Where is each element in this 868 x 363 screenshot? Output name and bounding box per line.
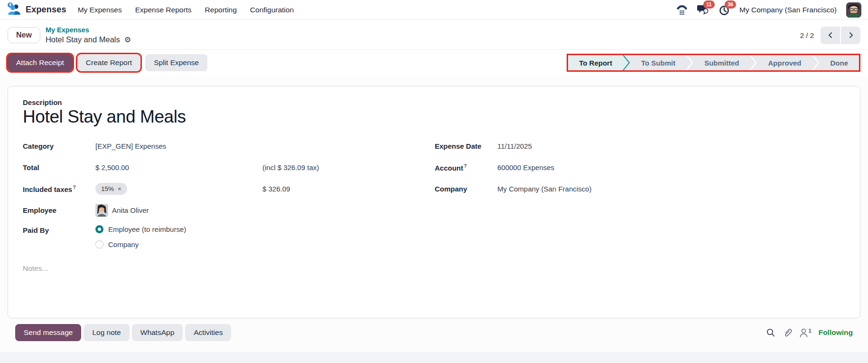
messages-badge: 11	[703, 0, 715, 9]
notes-input[interactable]	[23, 264, 450, 291]
action-bar: Attach Receipt Create Report Split Expen…	[0, 49, 868, 76]
pager-counter: 2 / 2	[800, 31, 814, 39]
tax-tag-label: 15%	[101, 185, 114, 192]
activities-button[interactable]: Activities	[185, 324, 231, 341]
employee-label: Employee	[23, 206, 95, 214]
log-note-button[interactable]: Log note	[84, 324, 129, 341]
total-label: Total	[23, 163, 95, 172]
stage-to-submit[interactable]: To Submit	[630, 55, 686, 70]
whatsapp-button[interactable]: WhatsApp	[132, 324, 183, 341]
top-navbar: $ Expenses My Expenses Expense Reports R…	[0, 0, 868, 20]
stage-separator-icon	[686, 55, 693, 70]
expense-title[interactable]: Hotel Stay and Meals	[23, 107, 845, 127]
statusbar: To Report To Submit Submitted Approved D…	[567, 54, 860, 72]
stage-separator-icon	[812, 55, 820, 70]
radio-unselected-icon[interactable]	[95, 240, 103, 248]
radio-selected-icon[interactable]	[95, 225, 103, 233]
included-taxes-label: Included taxes?	[23, 184, 95, 193]
category-field: Category [EXP_GEN] Expenses	[23, 140, 435, 153]
help-icon[interactable]: ?	[73, 184, 76, 190]
followers-icon[interactable]: 1	[799, 328, 812, 337]
expenses-app-icon: $	[7, 2, 21, 18]
company-field: Company My Company (San Francisco)	[435, 182, 845, 195]
stage-to-report[interactable]: To Report	[568, 55, 623, 70]
breadcrumb-current: Hotel Stay and Meals ⚙	[46, 35, 131, 45]
employee-field: Employee Anita Oliver	[23, 204, 435, 217]
menu-expense-reports[interactable]: Expense Reports	[135, 6, 192, 14]
total-value[interactable]: $ 2,500.00	[95, 163, 262, 172]
total-tax-note: (incl $ 326.09 tax)	[262, 163, 319, 172]
form-view: Description Hotel Stay and Meals Categor…	[0, 76, 868, 341]
expense-date-field: Expense Date 11/11/2025	[435, 140, 845, 153]
paid-by-label: Paid By	[23, 225, 95, 234]
send-message-button[interactable]: Send message	[15, 324, 81, 341]
form-right-column: Expense Date 11/11/2025 Account? 600000 …	[435, 140, 845, 204]
account-field: Account? 600000 Expenses	[435, 161, 845, 174]
company-value[interactable]: My Company (San Francisco)	[497, 185, 591, 193]
gear-icon[interactable]: ⚙	[124, 36, 131, 44]
new-button[interactable]: New	[8, 27, 40, 43]
stage-separator-icon	[750, 55, 757, 70]
create-report-button[interactable]: Create Report	[77, 54, 140, 71]
menu-my-expenses[interactable]: My Expenses	[78, 6, 122, 14]
stage-approved[interactable]: Approved	[757, 55, 812, 70]
activities-clock-icon[interactable]: 36	[719, 4, 730, 16]
control-panel: New My Expenses Hotel Stay and Meals ⚙ 2…	[0, 20, 868, 49]
account-label: Account?	[435, 163, 497, 172]
breadcrumb-parent-link[interactable]: My Expenses	[46, 26, 131, 35]
chevron-left-icon	[827, 31, 834, 39]
description-label: Description	[23, 98, 845, 106]
activities-badge: 36	[725, 0, 736, 9]
account-value[interactable]: 600000 Expenses	[497, 163, 554, 172]
stage-separator-icon	[623, 55, 630, 70]
messages-icon[interactable]: 11	[697, 4, 709, 15]
pager-previous-button[interactable]	[821, 27, 840, 44]
split-expense-button[interactable]: Split Expense	[145, 54, 207, 71]
footer-band	[0, 352, 868, 363]
chevron-right-icon	[848, 31, 854, 39]
svg-text:$: $	[9, 2, 11, 7]
employee-avatar	[95, 204, 108, 217]
tax-tag[interactable]: 15% ×	[95, 183, 127, 195]
menu-configuration[interactable]: Configuration	[250, 6, 294, 14]
pager-next-button[interactable]	[841, 27, 860, 44]
app-brand[interactable]: $ Expenses	[7, 2, 66, 18]
followers-count: 1	[809, 328, 812, 334]
stage-done[interactable]: Done	[820, 55, 859, 70]
stage-submitted[interactable]: Submitted	[693, 55, 750, 70]
app-name: Expenses	[26, 5, 66, 15]
category-label: Category	[23, 142, 95, 150]
tax-amount: $ 326.09	[262, 185, 290, 193]
breadcrumb: My Expenses Hotel Stay and Meals ⚙	[46, 26, 131, 45]
record-title: Hotel Stay and Meals	[46, 35, 120, 45]
attachments-paperclip-icon[interactable]	[783, 328, 792, 338]
menu-reporting[interactable]: Reporting	[205, 6, 237, 14]
paid-by-field: Paid By Employee (to reimburse) Company	[23, 225, 435, 256]
company-switcher[interactable]: My Company (San Francisco)	[739, 6, 837, 14]
main-menu: My Expenses Expense Reports Reporting Co…	[78, 6, 294, 14]
included-taxes-field: Included taxes? 15% × $ 326.09	[23, 182, 435, 195]
search-messages-icon[interactable]	[766, 328, 775, 337]
category-value[interactable]: [EXP_GEN] Expenses	[95, 142, 166, 150]
expense-date-label: Expense Date	[435, 142, 497, 150]
chatter-bar: Send message Log note WhatsApp Activitie…	[8, 318, 860, 341]
paid-by-option-company[interactable]: Company	[95, 240, 186, 248]
following-button[interactable]: Following	[819, 328, 853, 337]
expense-date-value[interactable]: 11/11/2025	[497, 142, 532, 150]
paid-by-option-employee[interactable]: Employee (to reimburse)	[95, 225, 186, 233]
employee-value[interactable]: Anita Oliver	[112, 206, 149, 214]
help-icon[interactable]: ?	[464, 163, 467, 169]
form-left-column: Category [EXP_GEN] Expenses Total $ 2,50…	[23, 140, 435, 291]
attach-receipt-button[interactable]: Attach Receipt	[8, 54, 73, 71]
tax-tag-remove-icon[interactable]: ×	[118, 186, 121, 192]
company-label: Company	[435, 185, 497, 193]
user-avatar[interactable]	[846, 2, 861, 18]
total-field: Total $ 2,500.00 (incl $ 326.09 tax)	[23, 161, 435, 174]
form-sheet: Description Hotel Stay and Meals Categor…	[8, 86, 860, 318]
voip-phone-icon[interactable]	[676, 5, 688, 15]
